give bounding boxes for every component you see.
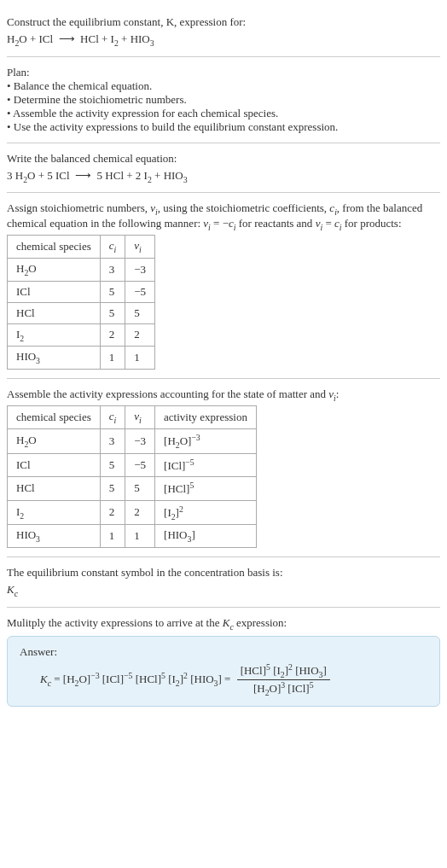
cell-activity: [ICl]−5: [155, 453, 257, 476]
plan-title: Plan:: [7, 66, 440, 79]
cell-c: 2: [100, 323, 125, 347]
cell-v: −3: [125, 258, 155, 281]
cell-c: 1: [100, 347, 125, 370]
intro-line1: Construct the equilibrium constant, K, e…: [7, 15, 440, 29]
table-row: H2O 3 −3: [8, 258, 155, 281]
table-row: I2 2 2 [I2]2: [8, 500, 257, 525]
cell-v: 1: [125, 525, 155, 548]
table-row: H2O 3 −3 [H2O]−3: [8, 428, 257, 453]
activity-section: Assemble the activity expressions accoun…: [7, 379, 440, 557]
intro-section: Construct the equilibrium constant, K, e…: [7, 7, 440, 57]
cell-v: 2: [125, 323, 155, 347]
answer-fraction: [HCl]5 [I2]2 [HIO3] [H2O]3 [ICl]5: [237, 662, 330, 697]
answer-label: Answer:: [20, 645, 427, 659]
cell-c: 5: [100, 302, 125, 323]
multiply-title: Mulitply the activity expressions to arr…: [7, 616, 440, 632]
cell-v: 5: [125, 477, 155, 500]
balanced-equation: 3 H2O + 5 ICl ⟶ 5 HCl + 2 I2 + HIO3: [7, 169, 440, 184]
cell-c: 1: [100, 525, 125, 548]
cell-species: H2O: [8, 258, 101, 281]
plan-item: • Use the activity expressions to build …: [7, 120, 440, 134]
assign-text: Assign stoichiometric numbers, νi, using…: [7, 201, 440, 231]
table-row: HCl 5 5: [8, 302, 155, 323]
cell-c: 5: [100, 453, 125, 476]
col-vi: νi: [125, 236, 155, 259]
cell-v: −5: [125, 281, 155, 302]
cell-v: 1: [125, 347, 155, 370]
kc-symbol-section: The equilibrium constant symbol in the c…: [7, 557, 440, 608]
cell-species: HIO3: [8, 347, 101, 370]
table-row: ICl 5 −5: [8, 281, 155, 302]
answer-frac-num: [HCl]5 [I2]2 [HIO3]: [237, 662, 330, 680]
cell-v: −3: [125, 428, 155, 453]
cell-c: 3: [100, 258, 125, 281]
cell-species: HCl: [8, 477, 101, 500]
table-row: HCl 5 5 [HCl]5: [8, 477, 257, 500]
table-header-row: chemical species ci νi activity expressi…: [8, 406, 257, 429]
intro-reaction: H2O + ICl ⟶ HCl + I2 + HIO3: [7, 32, 440, 48]
cell-c: 3: [100, 428, 125, 453]
table-row: HIO3 1 1: [8, 347, 155, 370]
cell-activity: [HCl]5: [155, 477, 257, 500]
assign-table: chemical species ci νi H2O 3 −3 ICl 5 −5…: [7, 235, 155, 369]
plan-item: • Assemble the activity expression for e…: [7, 107, 440, 120]
col-ci: ci: [100, 236, 125, 259]
cell-activity: [H2O]−3: [155, 428, 257, 453]
cell-v: −5: [125, 453, 155, 476]
col-activity: activity expression: [155, 406, 257, 429]
activity-title: Assemble the activity expressions accoun…: [7, 387, 440, 403]
cell-c: 5: [100, 281, 125, 302]
answer-lhs: Kc = [H2O]−3 [ICl]−5 [HCl]5 [I2]2 [HIO3]…: [40, 673, 234, 685]
balanced-title: Write the balanced chemical equation:: [7, 152, 440, 166]
col-species: chemical species: [8, 236, 101, 259]
col-vi: νi: [125, 406, 155, 429]
cell-species: I2: [8, 500, 101, 525]
cell-activity: [HIO3]: [155, 525, 257, 548]
assign-section: Assign stoichiometric numbers, νi, using…: [7, 193, 440, 379]
kc-symbol-title: The equilibrium constant symbol in the c…: [7, 566, 440, 580]
answer-expression: Kc = [H2O]−3 [ICl]−5 [HCl]5 [I2]2 [HIO3]…: [20, 662, 427, 697]
plan-section: Plan: • Balance the chemical equation. •…: [7, 57, 440, 143]
cell-v: 5: [125, 302, 155, 323]
balanced-section: Write the balanced chemical equation: 3 …: [7, 143, 440, 194]
answer-frac-den: [H2O]3 [ICl]5: [237, 680, 330, 697]
cell-species: ICl: [8, 281, 101, 302]
table-row: I2 2 2: [8, 323, 155, 347]
cell-species: ICl: [8, 453, 101, 476]
col-species: chemical species: [8, 406, 101, 429]
plan-item: • Determine the stoichiometric numbers.: [7, 93, 440, 107]
multiply-section: Mulitply the activity expressions to arr…: [7, 608, 440, 710]
answer-box: Answer: Kc = [H2O]−3 [ICl]−5 [HCl]5 [I2]…: [7, 636, 440, 707]
cell-species: HCl: [8, 302, 101, 323]
table-row: ICl 5 −5 [ICl]−5: [8, 453, 257, 476]
kc-symbol: Kc: [7, 583, 440, 598]
col-ci: ci: [100, 406, 125, 429]
cell-species: H2O: [8, 428, 101, 453]
table-row: HIO3 1 1 [HIO3]: [8, 525, 257, 548]
cell-activity: [I2]2: [155, 500, 257, 525]
cell-c: 5: [100, 477, 125, 500]
table-header-row: chemical species ci νi: [8, 236, 155, 259]
cell-species: I2: [8, 323, 101, 347]
cell-c: 2: [100, 500, 125, 525]
plan-item: • Balance the chemical equation.: [7, 79, 440, 93]
activity-table: chemical species ci νi activity expressi…: [7, 405, 257, 548]
cell-v: 2: [125, 500, 155, 525]
cell-species: HIO3: [8, 525, 101, 548]
